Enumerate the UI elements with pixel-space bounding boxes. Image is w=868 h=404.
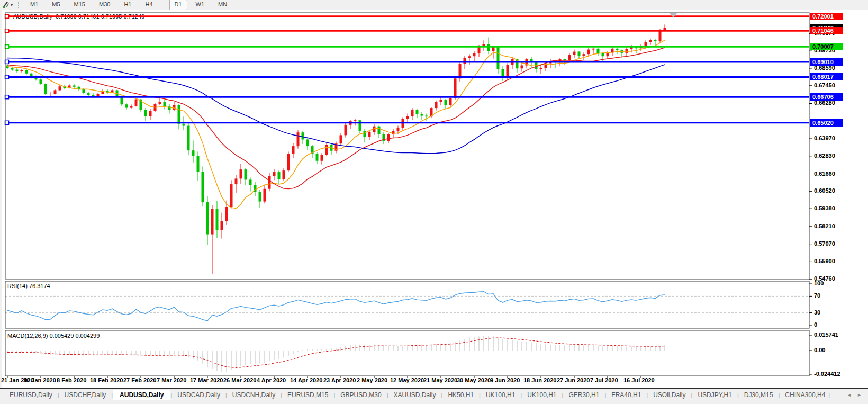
resistance-price-badge: 0.71046 <box>810 27 843 34</box>
candle-body <box>478 47 481 53</box>
chart-tab-bar: EURUSD,Daily|USDCHF,Daily|AUDUSD,Daily|U… <box>0 388 868 401</box>
panel-frame-0 <box>5 13 809 279</box>
tab-scroll-left-icon[interactable]: ◄ <box>847 392 852 398</box>
level-anchor-0.70007 <box>5 45 9 49</box>
candle-body <box>225 207 228 221</box>
candle-body <box>202 172 204 202</box>
candle-body <box>521 66 523 69</box>
timeframe-button-h1[interactable]: H1 <box>119 0 137 10</box>
chart-tab-usdcad-daily[interactable]: USDCAD,Daily <box>172 390 225 400</box>
chart-plot-area[interactable] <box>0 0 868 404</box>
macd-axis-label: 0.015741 <box>814 331 838 338</box>
chart-tab-dj30-m15[interactable]: DJ30,M15 <box>739 390 779 400</box>
date-axis-label: 30 Jan 2020 <box>23 377 56 383</box>
macd-axis-label: -0.024412 <box>814 371 840 377</box>
timeframe-button-h4[interactable]: H4 <box>140 0 158 10</box>
price-axis-label: 0.60520 <box>814 187 835 194</box>
candle-body <box>545 63 547 68</box>
chart-tab-uk100-h1[interactable]: UK100,H1 <box>522 390 562 400</box>
candle-body <box>192 150 195 156</box>
candle-body <box>164 102 166 106</box>
timeframe-buttons: M1M5M15M30H1H4D1W1MN <box>25 0 232 10</box>
tab-scroll-right-icon[interactable]: ► <box>857 392 862 398</box>
tab-divider: | <box>828 392 830 398</box>
chart-tab-usdchf-daily[interactable]: USDCHF,Daily <box>59 390 112 400</box>
chart-tab-hk50-h1[interactable]: HK50,H1 <box>442 390 479 400</box>
candle-body <box>473 53 476 56</box>
candle-body <box>578 52 581 56</box>
chart-tab-xauusd-daily[interactable]: XAUUSD,Daily <box>388 390 441 400</box>
support-price-badge: 0.68017 <box>810 73 843 80</box>
candle-body <box>383 134 385 141</box>
candle-body <box>378 127 381 134</box>
chart-tab-uk100-h1[interactable]: UK100,H1 <box>481 390 520 400</box>
candle-body <box>249 179 252 185</box>
candle-body <box>464 58 466 64</box>
chart-styles-icon[interactable] <box>1 1 11 9</box>
timeframe-button-m1[interactable]: M1 <box>25 0 43 10</box>
price-axis-label: 0.67450 <box>814 82 835 88</box>
timeframe-toolbar: ▾ M1M5M15M30H1H4D1W1MN <box>0 0 868 10</box>
candle-body <box>392 131 395 134</box>
candle-body <box>283 170 285 179</box>
rsi-axis-label: 100 <box>814 280 824 286</box>
chart-tab-fra40-h1[interactable]: FRA40,H1 <box>606 390 646 400</box>
chevron-down-icon[interactable]: ▾ <box>11 3 13 7</box>
date-axis-label: 4 Apr 2020 <box>257 377 286 383</box>
status-strip <box>0 401 868 404</box>
level-anchor-0.65020 <box>5 121 9 124</box>
candle-body <box>125 104 128 107</box>
chart-tab-gbpusd-m30[interactable]: GBPUSD,M30 <box>335 390 386 400</box>
candle-body <box>326 145 328 155</box>
timeframe-button-m5[interactable]: M5 <box>47 0 65 10</box>
candle-body <box>87 93 90 95</box>
candle-body <box>602 53 604 56</box>
candle-body <box>230 184 233 207</box>
macd-indicator-label: MACD(12,26,9) 0.005429 0.004299 <box>7 333 100 339</box>
support-price-badge: 0.66706 <box>810 93 843 101</box>
date-axis-label: 16 Jul 2020 <box>623 377 655 383</box>
chart-tab-usoil-daily[interactable]: USOil,Daily <box>648 390 691 400</box>
candle-body <box>16 70 19 71</box>
candle-body <box>411 110 414 116</box>
candle-body <box>40 79 42 84</box>
candle-body <box>587 50 590 55</box>
candle-body <box>368 132 371 137</box>
chart-tab-audusd-daily[interactable]: AUDUSD,Daily <box>113 390 170 400</box>
date-axis-label: 26 Mar 2020 <box>223 377 256 383</box>
chart-tab-ger30-h1[interactable]: GER30,H1 <box>563 390 604 400</box>
timeframe-button-w1[interactable]: W1 <box>191 0 210 10</box>
timeframe-button-m30[interactable]: M30 <box>94 0 115 10</box>
chart-tab-usdjpy-h1[interactable]: USDJPY,H1 <box>692 390 737 400</box>
candle-body <box>302 132 304 139</box>
support-price-badge: 0.65020 <box>810 119 843 127</box>
price-axis-label: 0.59380 <box>814 205 835 211</box>
rsi-axis-label: 0 <box>814 321 817 328</box>
candle-body <box>468 56 471 58</box>
timeframe-button-d1[interactable]: D1 <box>169 0 187 10</box>
timeframe-button-mn[interactable]: MN <box>213 0 232 10</box>
candle-body <box>445 100 447 105</box>
candle-body <box>306 139 309 146</box>
candle-body <box>221 221 223 230</box>
chart-tab-usdcnh-daily[interactable]: USDCNH,Daily <box>227 390 281 400</box>
candle-body <box>121 97 123 104</box>
candle-body <box>616 49 619 50</box>
price-axis-label: 0.55900 <box>814 258 835 264</box>
candle-body <box>316 154 319 161</box>
candle-body <box>206 202 209 234</box>
candle-body <box>568 55 571 60</box>
chart-tab-eurusd-daily[interactable]: EURUSD,Daily <box>4 390 58 400</box>
candle-body <box>25 70 28 74</box>
timeframe-button-m15[interactable]: M15 <box>69 0 91 10</box>
date-axis-label: 7 Jul 2020 <box>590 377 618 383</box>
candle-body <box>278 172 281 179</box>
toolbar-separator <box>164 1 164 8</box>
candle-body <box>287 154 290 171</box>
candle-body <box>387 134 390 141</box>
toolbar-grip-handle[interactable] <box>18 2 21 8</box>
date-axis-label: 30 May 2020 <box>457 377 491 383</box>
chart-tab-china300-h4[interactable]: CHINA300,H4 <box>780 390 830 400</box>
candle-body <box>245 169 247 179</box>
chart-tab-eurusd-m15[interactable]: EURUSD,M15 <box>282 390 333 400</box>
